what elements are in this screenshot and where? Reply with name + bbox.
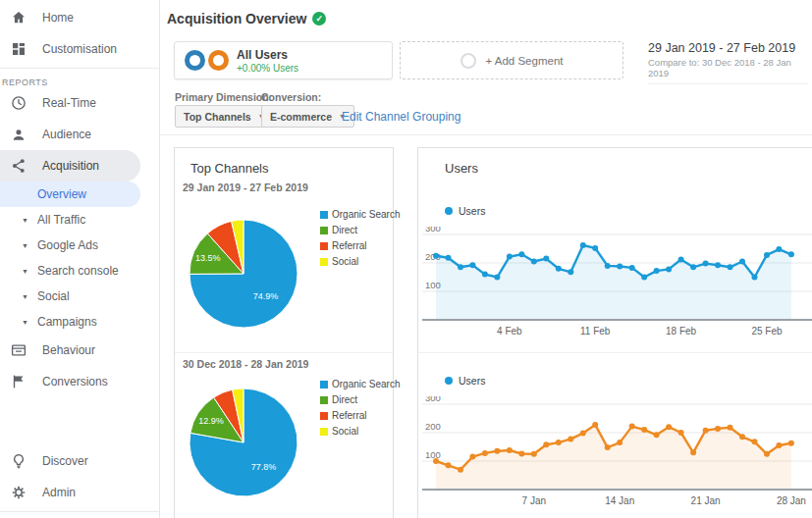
data-point (605, 444, 611, 450)
sidebar-item-home[interactable]: Home (0, 2, 159, 33)
legend-item-organic-search: Organic Search (320, 209, 400, 220)
data-point (764, 252, 770, 258)
data-point (629, 265, 635, 271)
sidebar-item-conversions[interactable]: Conversions (0, 366, 159, 397)
date-range-selector[interactable]: 29 Jan 2019 - 27 Feb 2019 Compare to: 30… (648, 41, 808, 84)
page-title-text: Acquisition Overview (167, 11, 306, 26)
pie-slice-label: 13.5% (195, 253, 221, 263)
expand-triangle-icon[interactable]: ▼ (22, 242, 31, 249)
legend-label: Social (332, 256, 358, 267)
top-channels-card: Top Channels 29 Jan 2019 - 27 Feb 2019 7… (174, 147, 394, 518)
customisation-icon (10, 40, 27, 58)
pie-slice-label: 77.8% (251, 462, 277, 472)
legend-item-social: Social (320, 256, 400, 267)
x-axis-tick-label: 7 Jan (522, 495, 546, 506)
data-point (739, 259, 745, 265)
sidebar-item-campaigns[interactable]: ▼Campaigns (0, 309, 159, 335)
data-point (446, 462, 452, 468)
legend-swatch-icon (320, 211, 328, 219)
legend-swatch-icon (320, 428, 328, 436)
conversion-label: Conversion: (261, 91, 321, 103)
expand-triangle-icon[interactable]: ▼ (22, 268, 31, 275)
legend-swatch-icon (320, 381, 328, 388)
x-axis-tick-label: 4 Feb (497, 326, 522, 337)
expand-triangle-icon[interactable]: ▼ (22, 293, 31, 300)
legend-dot-icon (445, 207, 453, 215)
sidebar-item-acquisition[interactable]: Acquisition (0, 150, 140, 181)
sidebar-section-reports: REPORTS (0, 72, 159, 87)
data-point (629, 424, 635, 430)
primary-dimension-dropdown[interactable]: Top Channels ▼ (175, 105, 274, 128)
data-point (752, 439, 758, 444)
sidebar-item-label: Google Ads (37, 238, 98, 252)
home-icon (10, 9, 27, 26)
legend-label: Referral (332, 240, 367, 251)
data-point (641, 427, 647, 433)
y-axis-tick-label: 200 (425, 421, 441, 432)
sidebar-item-label: Customisation (42, 42, 117, 56)
data-point (507, 254, 513, 260)
data-point (715, 426, 721, 432)
legend-item-referral: Referral (320, 240, 400, 251)
sidebar-item-all-traffic[interactable]: ▼All Traffic (0, 207, 159, 233)
add-segment-label: + Add Segment (486, 55, 564, 67)
data-point (715, 262, 721, 268)
top-channels-pie-current: 74.9%13.5% (185, 215, 302, 333)
data-point (543, 441, 549, 447)
sidebar-item-real-time[interactable]: Real-Time (0, 87, 159, 119)
legend-swatch-icon (320, 412, 328, 420)
discover-icon (10, 452, 27, 470)
legend-label: Direct (332, 225, 357, 235)
controls-divider (160, 134, 812, 135)
users-line-chart-previous: 3002001007 Jan14 Jan21 Jan28 Jan (422, 396, 812, 512)
sidebar-item-social[interactable]: ▼Social (0, 284, 159, 309)
data-point (433, 458, 439, 464)
sidebar-divider (0, 68, 159, 69)
sidebar-item-label: Behaviour (42, 343, 95, 357)
legend-label: Organic Search (332, 379, 400, 389)
edit-channel-grouping-link[interactable]: Edit Channel Grouping (342, 110, 460, 124)
primary-dimension-label: Primary Dimension: (175, 91, 272, 103)
data-point (788, 251, 794, 257)
conversion-dropdown[interactable]: E-commerce ▼ (261, 105, 354, 128)
sidebar-item-audience[interactable]: Audience (0, 119, 159, 150)
sidebar-item-label: Conversions (42, 375, 108, 388)
sidebar-item-admin[interactable]: Admin (0, 477, 159, 508)
data-point (531, 259, 537, 265)
sidebar-item-discover[interactable]: Discover (0, 445, 159, 477)
card-section-divider (175, 352, 393, 353)
data-point (617, 440, 623, 445)
pie-legend-previous: Organic SearchDirectReferralSocial (320, 379, 400, 441)
legend-swatch-icon (320, 227, 328, 234)
y-axis-tick-label: 300 (425, 396, 441, 403)
data-point (776, 442, 782, 448)
sidebar-item-customisation[interactable]: Customisation (0, 33, 159, 65)
expand-triangle-icon[interactable]: ▼ (22, 319, 31, 326)
data-point (592, 422, 598, 428)
sidebar-item-label: Search console (37, 264, 119, 278)
data-point (764, 451, 770, 457)
sidebar-item-behaviour[interactable]: Behaviour (0, 335, 159, 366)
sidebar-item-google-ads[interactable]: ▼Google Ads (0, 233, 159, 258)
y-axis-tick-label: 100 (425, 449, 441, 460)
sidebar-item-label: Home (42, 11, 74, 25)
pie-range-previous: 30 Dec 2018 - 28 Jan 2019 (183, 358, 308, 370)
segment-chip-all-users[interactable]: All Users +0.00% Users (174, 41, 393, 79)
data-point (482, 272, 488, 278)
x-axis-tick-label: 18 Feb (666, 326, 697, 337)
users-title: Users (445, 161, 478, 176)
sidebar-item-label: Real-Time (42, 96, 96, 110)
pie-range-current: 29 Jan 2019 - 27 Feb 2019 (183, 181, 308, 193)
expand-triangle-icon[interactable]: ▼ (22, 217, 31, 224)
add-segment-button[interactable]: + Add Segment (400, 41, 623, 79)
segment-title: All Users (237, 48, 298, 62)
users-legend-label: Users (459, 205, 485, 217)
sidebar-item-search-console[interactable]: ▼Search console (0, 258, 159, 284)
date-range-primary: 29 Jan 2019 - 27 Feb 2019 (648, 41, 808, 55)
sidebar-divider (0, 511, 159, 512)
data-point (605, 263, 611, 269)
data-point (654, 268, 660, 274)
sidebar-item-overview[interactable]: Overview (0, 181, 140, 207)
sidebar-item-label: All Traffic (37, 213, 85, 227)
date-range-compare: Compare to: 30 Dec 2018 - 28 Jan 2019 (648, 57, 808, 78)
